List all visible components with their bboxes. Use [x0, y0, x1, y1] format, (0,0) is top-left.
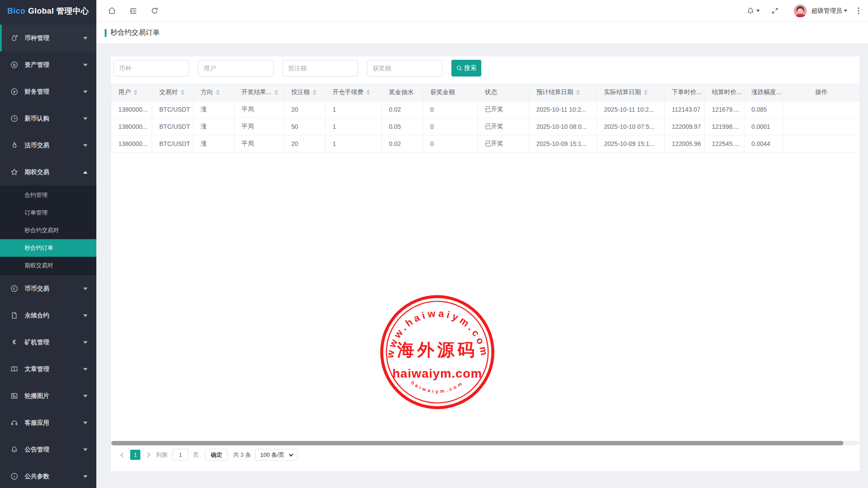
sort-icon[interactable]: [313, 90, 316, 95]
user-menu[interactable]: 超级管理员: [811, 7, 847, 15]
sort-icon[interactable]: [134, 90, 137, 95]
search-button[interactable]: 搜索: [451, 60, 481, 76]
column-header-open-fee[interactable]: 开仓手续费: [326, 84, 382, 101]
sidebar-item-finance-management[interactable]: ¥ 财务管理: [0, 78, 96, 105]
column-header-direction[interactable]: 方向: [194, 84, 234, 101]
user-filter-input[interactable]: [198, 60, 274, 76]
dollar-circle-icon: $: [11, 61, 18, 69]
page-size-select[interactable]: 100 条/页: [255, 449, 297, 461]
clock-icon: [11, 115, 18, 122]
scrollbar-thumb[interactable]: [111, 441, 843, 445]
sidebar-item-coin-trading[interactable]: 币币交易: [0, 275, 96, 302]
sort-icon[interactable]: [366, 90, 370, 95]
total-count-label: 共 3 条: [233, 451, 251, 459]
avatar[interactable]: [794, 4, 807, 18]
prev-page-button[interactable]: [117, 449, 128, 461]
sidebar-item-article-management[interactable]: 文章管理: [0, 356, 96, 382]
sidebar-item-public-parameters[interactable]: 公共参数: [0, 463, 96, 488]
cell-actual-settle-date: 2025-10-11 10:2...: [597, 101, 665, 118]
cell-user: 1380000...: [111, 135, 152, 153]
confirm-button[interactable]: 确定: [205, 449, 228, 461]
cell-open-fee: 1: [326, 118, 382, 135]
next-page-button[interactable]: [142, 449, 154, 461]
column-header-settle-price[interactable]: 结算时价...: [705, 84, 744, 101]
bet-amount-filter-input[interactable]: [282, 60, 358, 76]
cell-direction: 涨: [194, 135, 234, 153]
sidebar-item-label: 公告管理: [25, 446, 83, 454]
column-header-user[interactable]: 用户: [111, 84, 152, 101]
column-header-pair[interactable]: 交易对: [152, 84, 194, 101]
cell-settle-price: 122545....: [705, 135, 744, 153]
column-header-expected-settle-date[interactable]: 预计结算日期: [529, 84, 597, 101]
sidebar-item-announcement-management[interactable]: 公告管理: [0, 436, 96, 463]
submenu-item-label: 合约管理: [25, 191, 48, 199]
sort-icon[interactable]: [644, 90, 648, 95]
fullscreen-icon[interactable]: [771, 7, 779, 15]
page-number-button[interactable]: 1: [130, 450, 140, 460]
sidebar-item-perpetual-contract[interactable]: 永续合约: [0, 302, 96, 329]
sidebar-item-options-pairs[interactable]: 期权交易对: [0, 257, 96, 274]
currency-filter-input[interactable]: [114, 60, 189, 76]
page-title: 秒合约交易订单: [110, 28, 160, 37]
headset-icon: [11, 419, 18, 426]
sort-icon[interactable]: [576, 90, 580, 95]
chevron-down-icon: [83, 422, 88, 424]
cell-expected-settle-date: 2025-10-10 08:0...: [529, 118, 597, 135]
jump-label: 到第: [156, 451, 168, 459]
horizontal-scrollbar: [111, 441, 859, 445]
cell-open-fee: 1: [326, 135, 382, 153]
notification-bell-icon[interactable]: [747, 7, 760, 15]
sidebar-item-second-contract-orders[interactable]: 秒合约订单: [0, 239, 96, 257]
sidebar-item-options-trading[interactable]: 期权交易: [0, 159, 96, 186]
sidebar-item-carousel-images[interactable]: 轮播图片: [0, 382, 96, 409]
page-jump-input[interactable]: [172, 449, 189, 461]
cell-direction: 涨: [194, 101, 234, 118]
sidebar-item-contract-management[interactable]: 合约管理: [0, 186, 96, 204]
column-header-bonus-cut: 奖金抽水: [382, 84, 423, 101]
sidebar-item-label: 客服应用: [25, 419, 83, 427]
column-header-actual-settle-date[interactable]: 实际结算日期: [597, 84, 665, 101]
cell-actions: [783, 101, 860, 118]
sidebar-item-new-coin-subscription[interactable]: 新币认购: [0, 105, 96, 132]
column-header-change-range[interactable]: 涨跌幅度...: [744, 84, 783, 101]
content-area: 搜索 用户 交易对 方向 开奖结果... 投注额 开: [96, 44, 868, 488]
svg-text:$: $: [13, 62, 16, 67]
sort-icon[interactable]: [216, 90, 220, 95]
home-icon[interactable]: [108, 7, 116, 15]
column-header-prize-amount: 获奖金额: [423, 84, 478, 101]
sidebar-item-fiat-trading[interactable]: 法币交易: [0, 132, 96, 159]
column-header-bet-amount[interactable]: 投注额: [284, 84, 326, 101]
kebab-menu-icon[interactable]: [856, 6, 861, 16]
sidebar-item-label: 财务管理: [25, 88, 83, 96]
submenu-item-label: 订单管理: [25, 209, 48, 217]
chevron-down-icon: [844, 10, 847, 12]
sidebar-item-miner-management[interactable]: € 矿机管理: [0, 329, 96, 356]
sidebar-item-coin-management[interactable]: 币种管理: [0, 25, 96, 51]
sidebar-item-order-management[interactable]: 订单管理: [0, 204, 96, 222]
table-row: 1380000... BTC/USDT 涨 平局 20 1 0.02 0 已开奖…: [111, 135, 860, 153]
sidebar-item-label: 币种管理: [25, 34, 83, 42]
orders-table: 用户 交易对 方向 开奖结果... 投注额 开仓手续费 奖金抽水 获奖金额 状态…: [111, 84, 860, 153]
sidebar-item-customer-service[interactable]: 客服应用: [0, 409, 96, 436]
fold-menu-icon[interactable]: [129, 7, 138, 15]
sidebar-item-asset-management[interactable]: $ 资产管理: [0, 51, 96, 78]
sort-icon[interactable]: [181, 90, 184, 95]
sidebar-item-second-contract-pairs[interactable]: 秒合约交易对: [0, 222, 96, 239]
sidebar-item-label: 期权交易: [25, 168, 83, 176]
sort-icon[interactable]: [275, 90, 278, 95]
cell-settle-price: 121998....: [705, 118, 744, 135]
cell-bonus-cut: 0.02: [382, 101, 423, 118]
column-header-order-price[interactable]: 下单时价...: [665, 84, 705, 101]
search-icon: [456, 65, 462, 71]
cell-settle-price: 121679....: [705, 101, 744, 118]
cell-status: 已开奖: [478, 135, 529, 153]
cell-order-price: 122009.97: [665, 118, 705, 135]
cell-change-range: 0.0044: [744, 135, 783, 153]
prize-amount-filter-input[interactable]: [367, 60, 443, 76]
cell-user: 1380000...: [111, 118, 152, 135]
chevron-down-icon: [83, 288, 88, 290]
sidebar-item-label: 法币交易: [25, 142, 83, 149]
refresh-icon[interactable]: [150, 7, 159, 15]
cell-bet-amount: 50: [284, 118, 326, 135]
column-header-lottery-result[interactable]: 开奖结果...: [234, 84, 284, 101]
